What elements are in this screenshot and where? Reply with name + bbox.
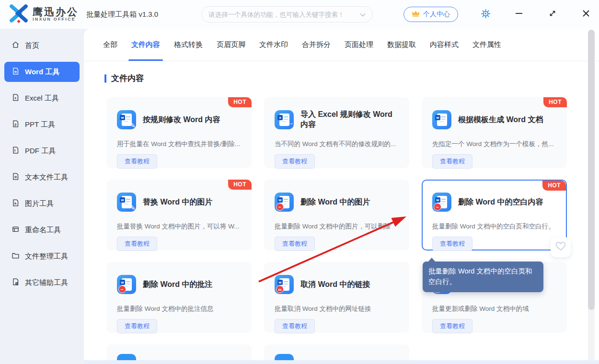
minimize-icon: [515, 10, 523, 19]
word-comment-delete-icon: w −: [117, 275, 136, 294]
sidebar-item-home[interactable]: 首页: [4, 35, 80, 56]
user-center-button[interactable]: 个人中心: [403, 7, 458, 22]
word-template-icon: w: [432, 110, 451, 129]
category-tabs: 全部 文件内容 格式转换 页眉页脚 文件水印 合并拆分 页面处理 数据提取 内容…: [84, 29, 599, 61]
svg-text:p: p: [14, 123, 16, 126]
text-file-icon: [12, 172, 20, 182]
hot-badge: HOT: [228, 97, 252, 107]
tab-all[interactable]: 全部: [103, 29, 117, 61]
sidebar-item-label: 文件整理工具: [25, 252, 68, 261]
favorite-button[interactable]: [551, 237, 571, 257]
tool-card[interactable]: HOT w − 删除 Word 中的图片 批量删除 Word 文档中的图片，可以…: [264, 180, 409, 250]
function-search-box[interactable]: [201, 6, 373, 23]
tab-file-property[interactable]: 文件属性: [472, 29, 501, 61]
tool-card[interactable]: HOT x → 导入 Excel 规则修改 Word 内容 当不同的 Word …: [264, 97, 409, 168]
app-title: 批量处理工具箱 v1.3.0: [86, 10, 158, 19]
badge-glyph: →: [288, 119, 294, 126]
brand-name-en: INXUN OFFICE: [33, 17, 79, 22]
tool-description: 批量删除 Word 文档中的图片，可以删除: [275, 222, 399, 231]
sidebar-item-image-tools[interactable]: 图片工具: [4, 193, 80, 214]
tool-card-selected[interactable]: HOT w − 删除 Word 中的空白内容 批量删除 Word 文档中的空白页…: [422, 180, 567, 250]
tool-card-partial[interactable]: [106, 344, 252, 361]
section-header: 文件内容: [104, 73, 599, 84]
tab-page-process[interactable]: 页面处理: [345, 29, 373, 61]
view-tutorial-button[interactable]: 查看教程: [275, 237, 315, 251]
hot-badge: HOT: [543, 97, 567, 107]
hot-badge: HOT: [228, 180, 252, 190]
sidebar-item-file-organize-tools[interactable]: 文件整理工具: [4, 246, 80, 266]
tool-description: 批量更新或删除 Word 文档中的域: [432, 305, 556, 313]
tool-card[interactable]: HOT w 根据模板生成 Word 文档 先指定一个 Word 文档作为一个模板…: [422, 97, 567, 168]
svg-text:w: w: [14, 70, 17, 73]
sidebar-item-rename-tools[interactable]: 重命名工具: [4, 220, 80, 240]
sidebar-item-label: 其它辅助工具: [25, 278, 68, 287]
scrollbar-track[interactable]: [588, 30, 595, 361]
sidebar-item-label: PPT 工具: [25, 120, 55, 129]
sidebar-item-word-tools[interactable]: w Word 工具: [4, 62, 80, 82]
tool-title: 删除 Word 中的批注: [143, 280, 212, 290]
tool-card[interactable]: HOT w − 删除 Word 中的批注 批量删除 Word 文档中的批注信息 …: [106, 262, 252, 333]
view-tutorial-button[interactable]: 查看教程: [117, 237, 157, 251]
tab-header-footer[interactable]: 页眉页脚: [217, 29, 245, 61]
tooltip: 批量删除 Word 文档中的空白页和空白行。: [423, 262, 543, 292]
hot-badge: HOT: [542, 181, 566, 191]
tool-card-partial[interactable]: [264, 344, 409, 361]
tool-description: 当不同的 Word 文档有不同的修改规则的...: [275, 140, 399, 148]
tool-description: 批量删除 Word 文档中的批注信息: [117, 305, 241, 313]
tool-title: 删除 Word 中的空白内容: [458, 197, 543, 207]
view-tutorial-button[interactable]: 查看教程: [432, 237, 472, 251]
tab-file-content[interactable]: 文件内容: [131, 29, 160, 61]
view-tutorial-button[interactable]: 查看教程: [432, 154, 472, 169]
tool-title: 删除 Word 中的图片: [300, 197, 370, 207]
close-button[interactable]: [580, 8, 592, 21]
sidebar-item-misc-tools[interactable]: 其它辅助工具: [4, 273, 80, 293]
sidebar-item-label: 重命名工具: [25, 226, 61, 235]
view-tutorial-button[interactable]: 查看教程: [432, 319, 472, 333]
tool-title: 导入 Excel 规则修改 Word 内容: [300, 110, 399, 130]
badge-glyph: −: [118, 285, 126, 293]
view-tutorial-button[interactable]: 查看教程: [117, 154, 157, 169]
tool-card[interactable]: HOT w ∞ 取消 Word 中的链接 批量取消 Word 文档中的网址链接 …: [264, 262, 409, 333]
rename-icon: [12, 225, 20, 235]
tab-content-style[interactable]: 内容样式: [430, 29, 459, 61]
tab-watermark[interactable]: 文件水印: [259, 29, 288, 61]
tool-icon-peek: [275, 354, 294, 361]
sidebar-item-excel-tools[interactable]: x Excel 工具: [4, 88, 80, 108]
sidebar-item-label: Word 工具: [25, 68, 59, 77]
settings-button[interactable]: [479, 8, 492, 21]
tool-title: 按规则修改 Word 内容: [143, 115, 220, 125]
sidebar-item-ppt-tools[interactable]: p PPT 工具: [4, 114, 80, 135]
chevron-down-icon[interactable]: [360, 10, 366, 19]
tab-merge-split[interactable]: 合并拆分: [302, 29, 331, 61]
home-icon: [12, 41, 20, 50]
tab-format-convert[interactable]: 格式转换: [174, 29, 203, 61]
scrollbar-thumb[interactable]: [588, 30, 595, 310]
heart-icon: [555, 241, 566, 253]
excel-import-icon: x →: [275, 110, 294, 129]
ppt-doc-icon: p: [12, 120, 20, 129]
view-tutorial-button[interactable]: 查看教程: [117, 319, 157, 333]
resize-icon: [549, 10, 556, 19]
crown-icon: [412, 10, 420, 19]
svg-text:x: x: [14, 96, 16, 100]
tab-data-extract[interactable]: 数据提取: [387, 29, 416, 61]
tool-title: 取消 Word 中的链接: [300, 280, 370, 290]
tool-card-grid: HOT w ✎ 按规则修改 Word 内容 用于批量在 Word 文档中查找并替…: [106, 97, 599, 361]
search-input[interactable]: [208, 11, 360, 18]
excel-doc-icon: x: [12, 93, 20, 103]
topbar: 鹰迅办公 INXUN OFFICE 批量处理工具箱 v1.3.0 个人中心: [0, 0, 599, 29]
pdf-doc-icon: f: [12, 146, 20, 156]
minimize-button[interactable]: [513, 8, 525, 21]
word-edit-icon: w ✎: [117, 110, 136, 129]
view-tutorial-button[interactable]: 查看教程: [275, 154, 315, 169]
badge-glyph: −: [434, 203, 441, 211]
sidebar-item-pdf-tools[interactable]: f PDF 工具: [4, 141, 80, 161]
resize-button[interactable]: [546, 8, 559, 21]
view-tutorial-button[interactable]: 查看教程: [275, 319, 315, 333]
sidebar-item-text-file-tools[interactable]: 文本文件工具: [4, 167, 80, 187]
word-blank-delete-icon: w −: [432, 193, 451, 212]
tool-description: 批量取消 Word 文档中的网址链接: [275, 305, 399, 313]
tool-card[interactable]: HOT w ✎ 替换 Word 中的图片 批量替换 Word 文档中的图片，可以…: [106, 180, 252, 250]
tool-card[interactable]: HOT w ✎ 按规则修改 Word 内容 用于批量在 Word 文档中查找并替…: [106, 97, 252, 168]
tool-description: 用于批量在 Word 文档中查找并替换/删除...: [117, 140, 241, 148]
